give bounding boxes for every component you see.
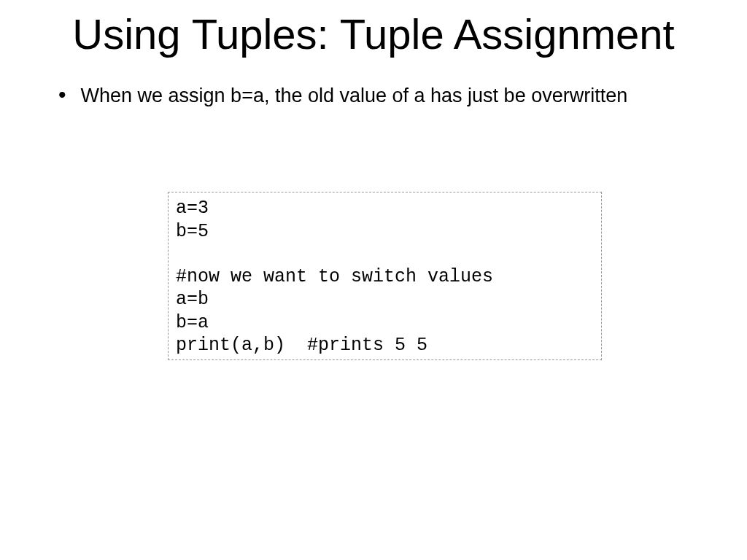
slide-title: Using Tuples: Tuple Assignment bbox=[44, 10, 703, 59]
bullet-dot-icon: • bbox=[58, 84, 66, 106]
bullet-item: • When we assign b=a, the old value of a… bbox=[58, 84, 703, 109]
bullet-text: When we assign b=a, the old value of a h… bbox=[81, 84, 628, 109]
code-block: a=3 b=5 #now we want to switch values a=… bbox=[168, 192, 602, 360]
slide: Using Tuples: Tuple Assignment • When we… bbox=[0, 0, 747, 560]
